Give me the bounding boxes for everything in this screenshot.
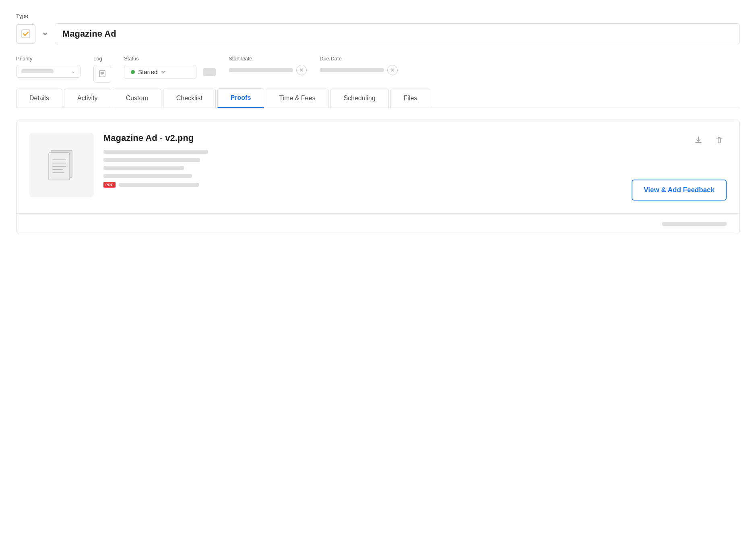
start-date-label: Start Date [229,56,307,62]
proof-card: Magazine Ad - v2.png PDF [17,120,739,214]
proof-pdf-line [119,183,199,187]
status-label: Status [124,56,216,62]
due-date-bar [320,68,384,72]
download-button[interactable] [691,133,706,147]
tab-custom[interactable]: Custom [113,89,161,108]
tab-checklist[interactable]: Checklist [163,89,216,108]
status-value: Started [138,68,157,75]
tab-details[interactable]: Details [16,89,62,108]
proof-footer [17,214,739,234]
proof-icon-row [691,133,727,147]
proof-meta-1 [103,150,208,154]
status-dropdown[interactable]: Started [124,65,196,79]
proof-thumbnail [29,133,94,197]
type-checkbox-button[interactable] [16,24,35,43]
priority-field: Priority ⌄ [16,56,81,78]
tab-scheduling[interactable]: Scheduling [330,89,388,108]
start-date-field: Start Date [229,56,307,75]
tab-time-fees[interactable]: Time & Fees [266,89,328,108]
delete-button[interactable] [712,133,727,147]
priority-label: Priority [16,56,81,62]
due-date-label: Due Date [320,56,398,62]
log-button[interactable] [93,65,111,83]
proof-meta-2 [103,158,200,162]
proof-meta-4 [103,174,192,178]
status-badge [203,68,216,76]
type-chevron-icon[interactable] [39,28,51,39]
tabs-row: Details Activity Custom Checklist Proofs… [16,87,740,108]
priority-chevron-icon: ⌄ [71,68,75,74]
tab-files[interactable]: Files [390,89,431,108]
start-date-clear-button[interactable] [296,65,307,75]
view-add-feedback-button[interactable]: View & Add Feedback [632,180,727,201]
proofs-area: Magazine Ad - v2.png PDF [16,120,740,234]
proof-title: Magazine Ad - v2.png [103,133,622,143]
document-icon [45,147,78,183]
due-date-field: Due Date [320,56,398,75]
proof-pdf-row: PDF [103,182,622,188]
log-label: Log [93,56,111,62]
footer-bar [662,222,727,226]
task-title-input[interactable] [55,23,740,44]
due-date-clear-button[interactable] [387,65,398,75]
status-field: Status Started [124,56,216,79]
proof-meta-3 [103,166,184,170]
proof-actions: View & Add Feedback [632,133,727,201]
status-dot [131,70,135,74]
type-label: Type [16,13,740,19]
tab-activity[interactable]: Activity [64,89,111,108]
log-field: Log [93,56,111,83]
priority-dropdown[interactable]: ⌄ [16,65,81,78]
proof-details: Magazine Ad - v2.png PDF [103,133,622,188]
tab-proofs[interactable]: Proofs [217,88,264,108]
priority-bar [21,69,54,73]
status-chevron-icon [161,69,166,75]
pdf-badge: PDF [103,182,116,188]
start-date-bar [229,68,293,72]
